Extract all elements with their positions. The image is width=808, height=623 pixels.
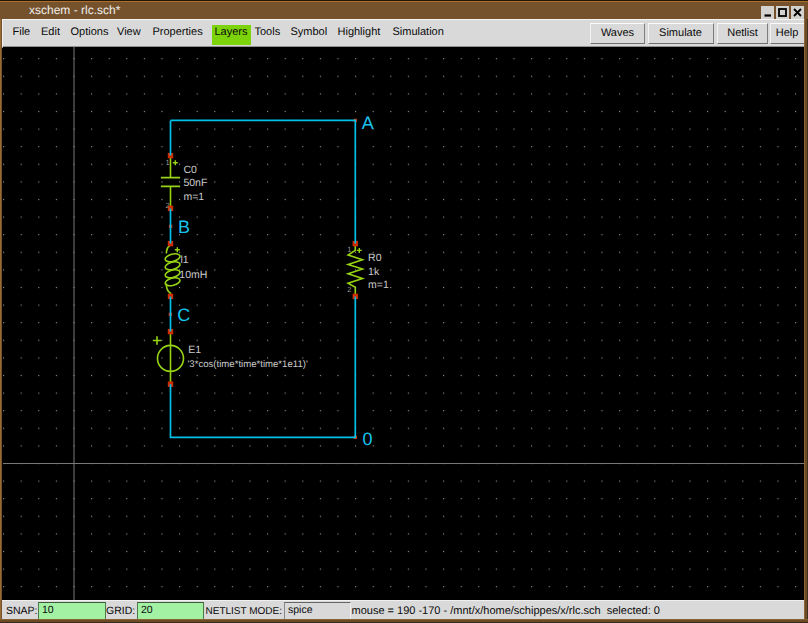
svg-text:R0: R0 — [368, 252, 382, 264]
svg-text:l1: l1 — [181, 254, 189, 266]
svg-text:C0: C0 — [183, 164, 197, 176]
svg-text:0: 0 — [362, 429, 372, 449]
svg-text:1: 1 — [347, 245, 351, 254]
svg-text:m=1: m=1 — [368, 279, 389, 291]
svg-text:2: 2 — [165, 201, 169, 210]
svg-text:A: A — [362, 113, 374, 133]
svg-text:2: 2 — [347, 285, 351, 294]
svg-text:B: B — [178, 217, 190, 237]
svg-text:1k: 1k — [368, 266, 380, 278]
svg-text:10mH: 10mH — [179, 269, 207, 281]
svg-text:50nF: 50nF — [183, 177, 207, 189]
svg-text:m=1: m=1 — [183, 191, 204, 203]
svg-text:E1: E1 — [188, 344, 201, 356]
svg-text:1: 1 — [165, 158, 169, 167]
svg-text:'3*cos(time*time*time*1e11)': '3*cos(time*time*time*1e11)' — [188, 359, 308, 370]
svg-text:C: C — [177, 305, 190, 325]
